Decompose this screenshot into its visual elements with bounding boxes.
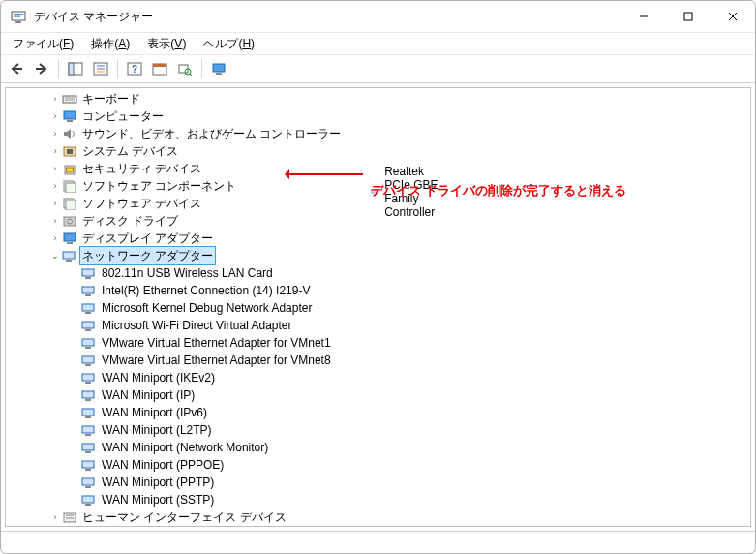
expander-icon[interactable]: ›	[48, 212, 62, 230]
svg-rect-61	[85, 434, 91, 436]
network-device[interactable]: VMware Virtual Ethernet Adapter for VMne…	[10, 352, 746, 369]
expander-icon[interactable]: ›	[48, 177, 62, 195]
tree-label: コンピューター	[80, 108, 166, 125]
network-icon	[81, 266, 97, 280]
minimize-icon	[639, 12, 649, 21]
menu-view[interactable]: 表示(V)	[141, 34, 192, 54]
system-icon	[62, 144, 77, 158]
category-system[interactable]: ›システム デバイス	[10, 142, 746, 160]
category-software-devices[interactable]: ›ソフトウェア デバイス	[10, 195, 746, 212]
show-hide-tree-button[interactable]	[64, 57, 87, 80]
svg-rect-50	[82, 339, 94, 346]
expander-icon[interactable]: ›	[48, 108, 62, 125]
network-device[interactable]: WAN Miniport (IKEv2)	[10, 369, 746, 386]
computer-icon	[62, 109, 77, 123]
network-device[interactable]: Intel(R) Ethernet Connection (14) I219-V	[10, 282, 746, 299]
sound-icon	[62, 127, 77, 140]
scan-button[interactable]	[173, 57, 197, 80]
network-device[interactable]: WAN Miniport (IP)	[10, 386, 746, 404]
category-computer[interactable]: ›コンピューター	[10, 108, 746, 125]
tree-label: Microsoft Wi-Fi Direct Virtual Adapter	[100, 317, 294, 334]
category-network-adapters[interactable]: ⌄ネットワーク アダプター	[10, 247, 746, 264]
scan-icon	[177, 62, 193, 76]
computer-button[interactable]	[207, 57, 230, 80]
network-icon	[81, 458, 97, 472]
network-device[interactable]: WAN Miniport (L2TP)	[10, 421, 746, 439]
tree-label: サウンド、ビデオ、およびゲーム コントローラー	[80, 125, 343, 142]
network-device[interactable]: 802.11n USB Wireless LAN Card	[10, 264, 746, 282]
network-device[interactable]: WAN Miniport (Network Monitor)	[10, 439, 746, 456]
network-icon	[81, 336, 97, 350]
svg-rect-47	[85, 312, 91, 314]
menu-action[interactable]: 操作(A)	[85, 34, 136, 54]
svg-rect-5	[684, 13, 692, 20]
device-manager-icon	[11, 9, 26, 24]
nav-back-button[interactable]	[5, 57, 28, 80]
expander-icon[interactable]: ›	[48, 526, 62, 527]
category-firmware[interactable]: ›ファームウェア	[10, 526, 746, 527]
svg-rect-3	[14, 16, 20, 17]
expander-icon[interactable]: ›	[48, 230, 62, 247]
maximize-button[interactable]	[666, 1, 711, 32]
network-device[interactable]: Microsoft Wi-Fi Direct Virtual Adapter	[10, 317, 746, 334]
network-device[interactable]: WAN Miniport (PPTP)	[10, 474, 746, 491]
toolbar-separator	[201, 59, 202, 78]
display-icon	[62, 231, 77, 245]
svg-rect-39	[67, 242, 73, 244]
svg-rect-41	[66, 260, 72, 262]
svg-rect-62	[82, 444, 94, 450]
panel-icon	[68, 62, 83, 76]
properties-toolbar-icon	[93, 62, 108, 76]
nav-forward-button[interactable]	[30, 57, 53, 80]
category-display-adapters[interactable]: ›ディスプレイ アダプター	[10, 230, 746, 247]
svg-rect-66	[82, 478, 94, 485]
close-button[interactable]	[711, 1, 755, 32]
category-security[interactable]: ›セキュリティ デバイス	[10, 160, 746, 177]
category-sound[interactable]: ›サウンド、ビデオ、およびゲーム コントローラー	[10, 125, 746, 142]
events-button[interactable]	[148, 57, 171, 80]
svg-rect-48	[82, 322, 94, 328]
svg-rect-27	[67, 120, 73, 122]
window-buttons	[621, 1, 755, 32]
menu-file[interactable]: ファイル(F)	[7, 34, 79, 54]
tree-label: ネットワーク アダプター	[80, 247, 215, 264]
category-software-components[interactable]: ›ソフトウェア コンポーネント	[10, 177, 746, 195]
svg-rect-54	[82, 374, 94, 381]
network-icon	[81, 371, 97, 385]
svg-rect-2	[14, 14, 23, 15]
expander-icon[interactable]: ›	[48, 195, 62, 212]
tree-label: WAN Miniport (SSTP)	[100, 491, 216, 508]
svg-rect-46	[82, 304, 94, 311]
svg-rect-51	[85, 347, 91, 349]
network-icon	[81, 406, 97, 419]
window: デバイス マネージャー ファイル(F) 操作(A) 表示(V) ヘルプ(H)	[0, 0, 756, 554]
network-device[interactable]: VMware Virtual Ethernet Adapter for VMne…	[10, 334, 746, 352]
hid-icon	[62, 510, 77, 524]
content-area: ›キーボード›コンピューター›サウンド、ビデオ、およびゲーム コントローラー›シ…	[1, 83, 755, 531]
minimize-button[interactable]	[621, 1, 666, 32]
svg-rect-29	[67, 149, 73, 154]
expander-icon[interactable]: ›	[48, 125, 62, 142]
category-disk-drives[interactable]: ›ディスク ドライブ	[10, 212, 746, 230]
network-device[interactable]: Microsoft Kernel Debug Network Adapter	[10, 299, 746, 317]
expander-icon[interactable]: ›	[48, 508, 62, 526]
help-button[interactable]: ?	[123, 57, 146, 80]
expander-icon[interactable]: ›	[48, 90, 62, 108]
category-keyboard[interactable]: ›キーボード	[10, 90, 746, 108]
tree-label: WAN Miniport (IPv6)	[100, 404, 209, 421]
arrow-right-icon	[34, 62, 49, 76]
network-device[interactable]: WAN Miniport (SSTP)	[10, 491, 746, 508]
svg-rect-21	[213, 64, 225, 72]
svg-rect-40	[63, 252, 75, 259]
device-tree[interactable]: ›キーボード›コンピューター›サウンド、ビデオ、およびゲーム コントローラー›シ…	[5, 87, 751, 527]
network-device[interactable]: WAN Miniport (IPv6)	[10, 404, 746, 421]
menu-help[interactable]: ヘルプ(H)	[197, 34, 260, 54]
category-hid[interactable]: ›ヒューマン インターフェイス デバイス	[10, 508, 746, 526]
expander-icon[interactable]: ⌄	[48, 247, 62, 264]
expander-icon[interactable]: ›	[48, 160, 62, 177]
tree-label: VMware Virtual Ethernet Adapter for VMne…	[100, 334, 333, 352]
monitor-icon	[211, 62, 227, 76]
network-device[interactable]: WAN Miniport (PPPOE)	[10, 456, 746, 474]
expander-icon[interactable]: ›	[48, 142, 62, 160]
properties-toolbar-button[interactable]	[89, 57, 112, 80]
